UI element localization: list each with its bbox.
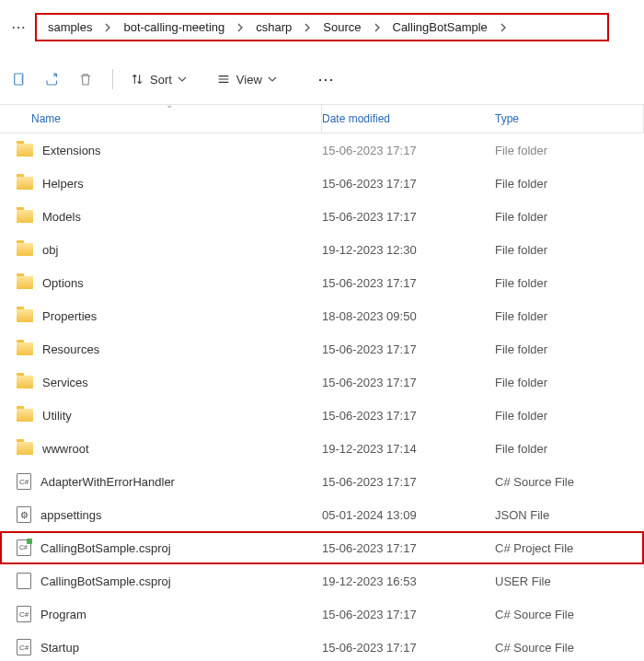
table-row[interactable]: AdapterWithErrorHandler15-06-2023 17:17C…: [0, 465, 644, 498]
file-date: 15-06-2023 17:17: [322, 144, 495, 157]
breadcrumb-item[interactable]: samples: [44, 20, 96, 34]
file-name: wwwroot: [42, 442, 89, 456]
table-row[interactable]: Models15-06-2023 17:17File folder: [0, 200, 644, 233]
file-type: File folder: [495, 442, 644, 456]
file-name: appsettings: [40, 508, 102, 522]
folder-icon: [17, 276, 33, 289]
file-name: obj: [42, 243, 58, 257]
view-label: View: [236, 73, 262, 87]
folder-icon: [17, 342, 33, 355]
file-name: AdapterWithErrorHandler: [40, 475, 175, 489]
sort-dropdown[interactable]: Sort: [126, 72, 190, 87]
file-date: 05-01-2024 13:09: [322, 508, 495, 522]
user-icon: [17, 573, 31, 589]
breadcrumb-item[interactable]: Source: [319, 20, 364, 34]
folder-icon: [17, 442, 33, 455]
file-type: File folder: [495, 309, 644, 323]
file-date: 15-06-2023 17:17: [322, 210, 495, 224]
breadcrumb-item[interactable]: CallingBotSample: [389, 20, 491, 34]
delete-button[interactable]: [72, 65, 99, 93]
file-type: C# Source File: [495, 475, 644, 489]
file-name: Program: [40, 608, 86, 621]
file-date: 15-06-2023 17:17: [322, 409, 495, 423]
table-row[interactable]: Properties18-08-2023 09:50File folder: [0, 299, 644, 332]
folder-icon: [17, 210, 33, 223]
folder-icon: [17, 144, 33, 157]
chevron-down-icon: [268, 73, 277, 87]
chevron-right-icon: [373, 23, 382, 32]
breadcrumb[interactable]: samplesbot-calling-meetingcsharpSourceCa…: [35, 13, 609, 41]
column-type[interactable]: Type: [495, 105, 644, 133]
file-type: File folder: [495, 342, 644, 356]
folder-icon: [17, 243, 33, 256]
more-button[interactable]: ⋯: [308, 69, 345, 89]
column-name[interactable]: Name: [0, 105, 322, 133]
file-date: 19-12-2023 12:30: [322, 243, 495, 257]
chevron-right-icon: [303, 23, 312, 32]
file-name: Extensions: [42, 144, 101, 157]
file-type: JSON File: [495, 508, 644, 522]
table-row[interactable]: CallingBotSample.csproj19-12-2023 16:53U…: [0, 564, 644, 597]
file-type: C# Source File: [495, 608, 644, 621]
table-row[interactable]: Services15-06-2023 17:17File folder: [0, 365, 644, 399]
column-headers: ⌄ Name Date modified Type: [0, 105, 644, 133]
file-name: Services: [42, 376, 88, 389]
table-row[interactable]: obj19-12-2023 12:30File folder: [0, 233, 644, 266]
file-date: 15-06-2023 17:17: [322, 177, 495, 191]
file-name: Startup: [40, 641, 79, 655]
cs-icon: [17, 473, 31, 490]
breadcrumb-item[interactable]: csharp: [252, 20, 295, 34]
file-date: 15-06-2023 17:17: [322, 276, 495, 290]
json-icon: [17, 506, 31, 523]
file-date: 15-06-2023 17:17: [322, 641, 495, 655]
chevron-right-icon: [499, 23, 508, 32]
file-name: Resources: [42, 342, 99, 356]
file-date: 15-06-2023 17:17: [322, 608, 495, 621]
chevron-down-icon: [178, 73, 187, 87]
file-date: 15-06-2023 17:17: [322, 475, 495, 489]
toolbar: Sort View ⋯: [0, 49, 644, 105]
file-date: 15-06-2023 17:17: [322, 342, 495, 356]
folder-icon: [17, 309, 33, 322]
table-row[interactable]: CallingBotSample.csproj15-06-2023 17:17C…: [0, 531, 644, 564]
column-date[interactable]: Date modified: [322, 105, 495, 133]
table-row[interactable]: Resources15-06-2023 17:17File folder: [0, 332, 644, 365]
folder-icon: [17, 376, 33, 388]
file-type: File folder: [495, 276, 644, 290]
breadcrumb-item[interactable]: bot-calling-meeting: [120, 20, 228, 34]
table-row[interactable]: Utility15-06-2023 17:17File folder: [0, 399, 644, 432]
file-type: File folder: [495, 243, 644, 257]
table-row[interactable]: Startup15-06-2023 17:17C# Source File: [0, 631, 644, 661]
file-type: File folder: [495, 409, 644, 423]
file-name: Helpers: [42, 177, 84, 191]
overflow-left-icon[interactable]: ⋯: [11, 18, 28, 36]
file-date: 19-12-2023 16:53: [322, 574, 495, 588]
file-type: C# Project File: [495, 541, 644, 555]
chevron-right-icon: [236, 23, 245, 32]
cs-icon: [17, 639, 31, 655]
table-row[interactable]: Helpers15-06-2023 17:17File folder: [0, 167, 644, 200]
file-name: Options: [42, 276, 84, 290]
share-button[interactable]: [39, 65, 66, 93]
file-type: File folder: [495, 210, 644, 224]
file-name: CallingBotSample.csproj: [40, 541, 171, 555]
file-date: 15-06-2023 17:17: [322, 541, 495, 555]
file-date: 15-06-2023 17:17: [322, 376, 495, 389]
file-name: Properties: [42, 309, 97, 323]
file-type: C# Source File: [495, 641, 644, 655]
file-type: File folder: [495, 376, 644, 389]
table-row[interactable]: wwwroot19-12-2023 17:14File folder: [0, 432, 644, 465]
csproj-icon: [17, 539, 31, 556]
file-list: Extensions15-06-2023 17:17File folderHel…: [0, 133, 644, 661]
file-name: Utility: [42, 409, 72, 423]
table-row[interactable]: Options15-06-2023 17:17File folder: [0, 266, 644, 299]
chevron-right-icon: [103, 23, 112, 32]
cs-icon: [17, 606, 31, 622]
file-type: USER File: [495, 574, 644, 588]
view-dropdown[interactable]: View: [213, 72, 281, 87]
file-type: File folder: [495, 144, 644, 157]
new-button[interactable]: [6, 65, 33, 93]
table-row[interactable]: Program15-06-2023 17:17C# Source File: [0, 597, 644, 631]
table-row[interactable]: Extensions15-06-2023 17:17File folder: [0, 133, 644, 167]
table-row[interactable]: appsettings05-01-2024 13:09JSON File: [0, 498, 644, 531]
